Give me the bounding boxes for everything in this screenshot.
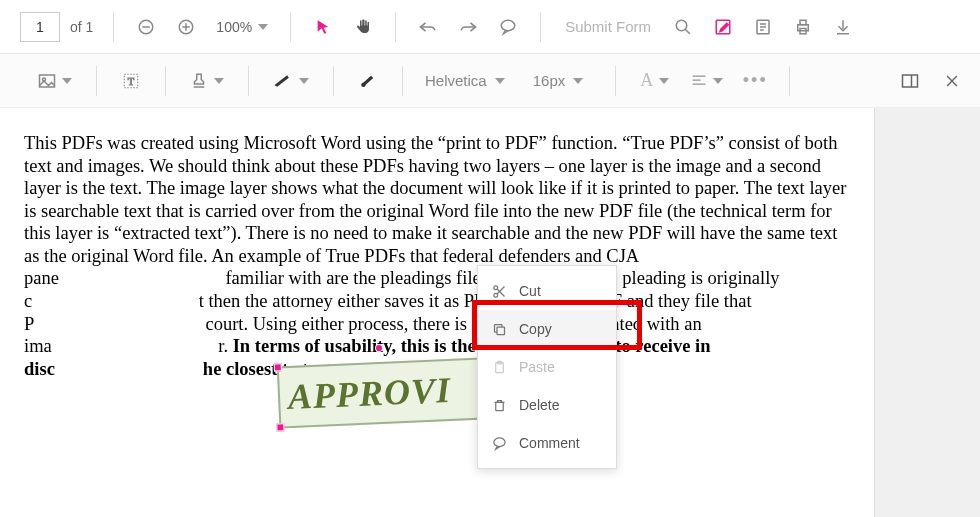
scissors-icon	[492, 284, 507, 299]
caret-down-icon	[713, 78, 723, 84]
svg-rect-34	[497, 327, 505, 335]
caret-down-icon	[62, 78, 72, 84]
ctx-delete[interactable]: Delete	[478, 386, 616, 424]
caret-down-icon	[573, 78, 583, 84]
caret-down-icon	[214, 78, 224, 84]
ctx-label: Cut	[519, 283, 541, 299]
separator	[248, 66, 249, 96]
separator	[290, 12, 291, 42]
search-button[interactable]	[665, 9, 701, 45]
reader-button[interactable]	[745, 9, 781, 45]
font-label: Helvetica	[425, 72, 487, 89]
svg-rect-26	[903, 75, 918, 87]
svg-point-6	[676, 20, 687, 31]
ctx-copy[interactable]: Copy	[478, 310, 616, 348]
approved-stamp[interactable]: APPROVI	[277, 358, 486, 429]
clipboard-icon	[492, 360, 507, 375]
submit-form-button[interactable]: Submit Form	[565, 18, 651, 35]
size-label: 16px	[533, 72, 566, 89]
svg-text:T: T	[128, 75, 135, 86]
redo-button[interactable]	[450, 9, 486, 45]
close-button[interactable]	[934, 63, 970, 99]
zoom-level-dropdown[interactable]: 100%	[208, 9, 276, 45]
svg-rect-14	[800, 20, 806, 25]
svg-point-5	[501, 20, 515, 31]
image-tool-dropdown[interactable]	[30, 63, 80, 99]
resize-handle[interactable]	[276, 423, 284, 431]
separator	[540, 12, 541, 42]
text-run: This PDFs was created using Microsoft Wo…	[24, 133, 846, 288]
svg-rect-37	[496, 402, 504, 410]
caret-down-icon	[299, 78, 309, 84]
svg-rect-18	[40, 75, 55, 87]
edit-button[interactable]	[705, 9, 741, 45]
more-button[interactable]: •••	[737, 63, 773, 99]
stamp-label: APPROVI	[287, 369, 452, 418]
separator	[333, 66, 334, 96]
stamp-tool-dropdown[interactable]	[182, 63, 232, 99]
document-text: This PDFs was created using Microsoft Wo…	[24, 132, 850, 380]
ctx-comment[interactable]: Comment	[478, 424, 616, 462]
ctx-label: Copy	[519, 321, 552, 337]
select-tool-button[interactable]	[305, 9, 341, 45]
undo-button[interactable]	[410, 9, 446, 45]
separator	[789, 66, 790, 96]
separator	[402, 66, 403, 96]
separator	[96, 66, 97, 96]
copy-icon	[492, 322, 507, 337]
svg-point-31	[494, 293, 498, 297]
comment-tool-button[interactable]	[490, 9, 526, 45]
svg-point-38	[494, 437, 505, 446]
comment-icon	[492, 436, 507, 451]
ctx-paste: Paste	[478, 348, 616, 386]
font-family-dropdown[interactable]: Helvetica	[425, 72, 505, 89]
caret-down-icon	[659, 78, 669, 84]
zoom-out-button[interactable]	[128, 9, 164, 45]
ctx-label: Comment	[519, 435, 580, 451]
zoom-in-button[interactable]	[168, 9, 204, 45]
ctx-label: Delete	[519, 397, 559, 413]
ctx-cut[interactable]: Cut	[478, 272, 616, 310]
separator	[113, 12, 114, 42]
align-dropdown[interactable]	[683, 63, 731, 99]
resize-handle[interactable]	[274, 363, 282, 371]
content-area: This PDFs was created using Microsoft Wo…	[0, 108, 980, 517]
brush-tool-button[interactable]	[350, 63, 386, 99]
print-button[interactable]	[785, 9, 821, 45]
context-menu: Cut Copy Paste Delete Comment	[477, 265, 617, 469]
zoom-label: 100%	[216, 19, 252, 35]
ctx-label: Paste	[519, 359, 555, 375]
download-button[interactable]	[825, 9, 861, 45]
caret-down-icon	[495, 78, 505, 84]
panel-toggle-button[interactable]	[892, 63, 928, 99]
svg-line-7	[685, 29, 690, 34]
separator	[615, 66, 616, 96]
pdf-page[interactable]: This PDFs was created using Microsoft Wo…	[0, 108, 874, 517]
text-color-dropdown[interactable]: A	[632, 63, 677, 99]
trash-icon	[492, 398, 507, 413]
font-size-dropdown[interactable]: 16px	[533, 72, 584, 89]
separator	[395, 12, 396, 42]
page-count-label: of 1	[70, 19, 93, 35]
caret-down-icon	[258, 24, 268, 30]
svg-point-30	[494, 285, 498, 289]
separator	[165, 66, 166, 96]
main-toolbar: of 1 100% Submit Form	[0, 0, 980, 54]
text-tool-button[interactable]: T	[113, 63, 149, 99]
text-run: r.	[218, 336, 232, 356]
annotation-toolbar: T Helvetica 16px A •••	[0, 54, 980, 108]
hand-tool-button[interactable]	[345, 9, 381, 45]
page-number-input[interactable]	[20, 12, 60, 42]
pen-tool-dropdown[interactable]	[265, 63, 317, 99]
side-panel	[874, 108, 980, 517]
